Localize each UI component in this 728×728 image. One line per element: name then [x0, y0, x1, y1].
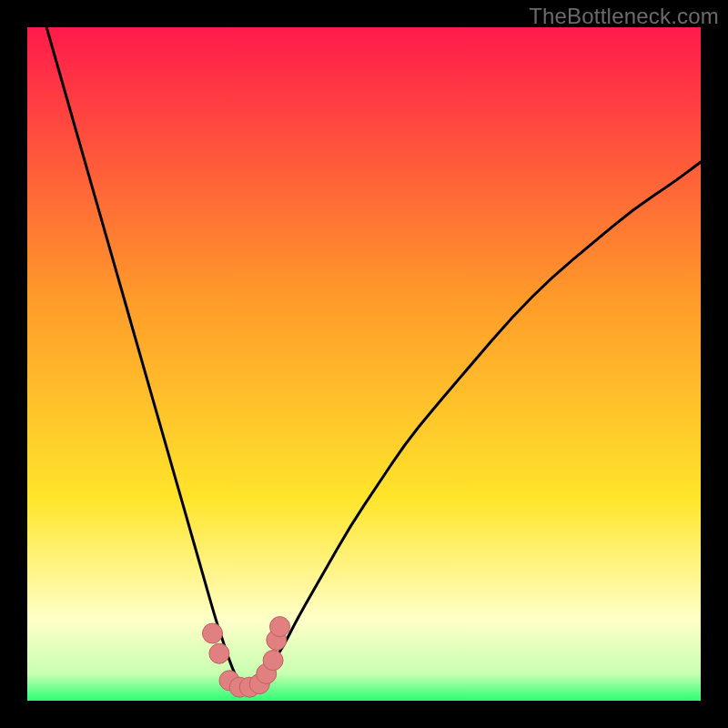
outer-frame: TheBottleneck.com	[0, 0, 728, 728]
gradient-background	[27, 27, 701, 701]
valley-marker	[209, 643, 229, 663]
valley-marker	[203, 623, 223, 643]
valley-marker	[270, 617, 290, 637]
chart-svg	[27, 27, 701, 701]
watermark-text: TheBottleneck.com	[529, 4, 719, 29]
valley-marker	[263, 651, 283, 671]
plot-area	[27, 27, 701, 701]
